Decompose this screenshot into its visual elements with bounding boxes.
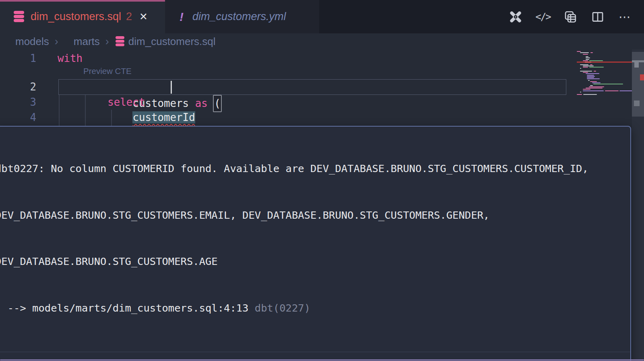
code-token <box>58 111 132 123</box>
code-token: select <box>107 96 145 108</box>
breadcrumb-marts[interactable]: marts <box>74 35 100 48</box>
ruler-error-marker <box>640 74 644 80</box>
code-line-4[interactable]: 4 customerId <box>0 110 564 125</box>
codelens-preview-cte[interactable]: Preview CTE <box>83 66 132 78</box>
line-number: 4 <box>0 110 36 125</box>
code-icon[interactable]: </> <box>535 9 551 25</box>
error-line: DEV_DATABASE.BRUNO.STG_CUSTOMERS.AGE <box>0 254 629 269</box>
error-token-customerid[interactable]: customerId <box>132 111 195 123</box>
text-cursor <box>171 81 172 94</box>
tab-dirty-badge: 2 <box>126 10 132 23</box>
line-number: 1 <box>0 51 36 66</box>
more-actions-icon[interactable]: ⋯ <box>617 9 633 25</box>
tab-label: dim_customers.yml <box>192 10 286 23</box>
minimap-error-line <box>577 62 632 63</box>
tab-dim-customers-yml[interactable]: ! dim_customers.yml <box>165 0 319 33</box>
window-bottom-accent <box>0 359 644 361</box>
breadcrumb-file[interactable]: dim_customers.sql <box>128 35 216 48</box>
editor-tab-bar: dim_customers.sql 2 ✕ ! dim_customers.ym… <box>0 0 644 33</box>
error-code-ref: dbt(0227) <box>255 302 310 314</box>
tab-dim-customers-sql[interactable]: dim_customers.sql 2 ✕ <box>0 0 165 33</box>
error-line: DEV_DATABASE.BRUNO.STG_CUSTOMERS.EMAIL, … <box>0 207 629 223</box>
code-token: with <box>58 52 83 64</box>
vscode-window: dim_customers.sql 2 ✕ ! dim_customers.ym… <box>0 0 644 361</box>
scrollbar[interactable] <box>632 49 644 361</box>
warning-icon: ! <box>180 10 184 24</box>
code-token <box>58 96 107 108</box>
database-icon <box>14 11 24 23</box>
error-location-line: --> models/marts/dim_customers.sql:4:13 … <box>0 300 629 316</box>
breadcrumb-models[interactable]: models <box>15 35 49 48</box>
editor-actions: </> ⋯ <box>508 0 633 33</box>
split-editor-icon[interactable] <box>590 9 605 25</box>
error-line: dbt0227: No column CUSTOMERID found. Ava… <box>0 161 629 176</box>
database-icon <box>116 36 124 47</box>
copy-table-icon[interactable] <box>563 9 578 25</box>
close-icon[interactable]: ✕ <box>139 11 148 23</box>
code-line-1[interactable]: 1 with <box>0 51 564 66</box>
line-number: 2 <box>0 79 36 95</box>
ruler-marker <box>634 62 639 68</box>
error-message-block: dbt0227: No column CUSTOMERID found. Ava… <box>0 127 630 352</box>
chevron-right-icon: › <box>55 35 58 48</box>
tab-label: dim_customers.sql <box>31 10 121 23</box>
code-line-2[interactable]: 2 customers as ( <box>0 79 564 95</box>
breadcrumb: models › marts › dim_customers.sql <box>0 33 644 49</box>
error-hover-popup: dbt0227: No column CUSTOMERID found. Ava… <box>0 126 631 361</box>
chevron-right-icon: › <box>105 35 109 48</box>
line-number: 3 <box>0 94 36 110</box>
code-line-3[interactable]: 3 select <box>0 94 564 110</box>
dbt-logo-icon[interactable] <box>508 9 523 25</box>
ruler-marker <box>634 101 640 106</box>
